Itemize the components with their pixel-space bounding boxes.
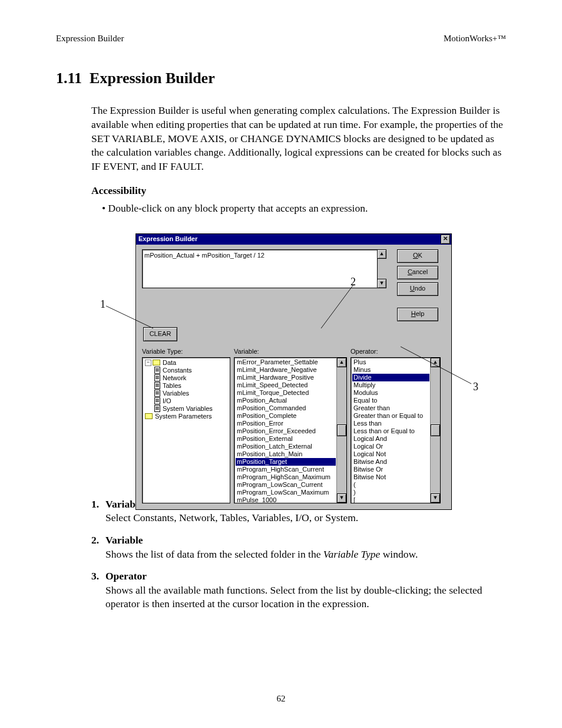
list-item[interactable]: mPosition_Complete bbox=[236, 412, 336, 420]
list-item[interactable]: mError_Parameter_Settable bbox=[236, 358, 336, 366]
list-item[interactable]: Logical Not bbox=[352, 450, 429, 458]
list-item[interactable]: mPosition_Error_Exceeded bbox=[236, 427, 336, 435]
variable-list-scrollbar[interactable]: ▲ ▼ bbox=[336, 358, 346, 503]
operator-list-scrollbar[interactable]: ▲ ▼ bbox=[430, 358, 440, 503]
scroll-thumb-up-icon[interactable]: ▲ bbox=[431, 358, 440, 367]
file-icon bbox=[154, 382, 160, 389]
definition-heading: 2.Variable bbox=[91, 533, 506, 548]
tree-item[interactable]: System Parameters bbox=[144, 413, 229, 420]
list-item[interactable]: ( bbox=[352, 481, 429, 489]
scroll-down-icon[interactable]: ▼ bbox=[377, 279, 386, 288]
tree-item-label: Network bbox=[163, 374, 186, 382]
tree-item-label: System Parameters bbox=[155, 413, 212, 420]
list-item[interactable]: Plus bbox=[352, 358, 429, 366]
operator-label: Operator: bbox=[351, 347, 378, 356]
accessibility-bullet: • Double-click on any block property tha… bbox=[102, 202, 506, 216]
callout-3: 3 bbox=[473, 380, 478, 394]
tree-item-label: Constants bbox=[163, 367, 192, 374]
list-item[interactable]: Less than or Equal to bbox=[352, 427, 429, 435]
variable-list[interactable]: mError_Parameter_SettablemLimit_Hardware… bbox=[234, 357, 347, 503]
list-item[interactable]: mProgram_HighScan_Maximum bbox=[236, 473, 336, 481]
expression-input[interactable]: mPosition_Actual + mPosition_Target / 12 bbox=[142, 249, 378, 288]
scroll-down-icon[interactable]: ▼ bbox=[431, 493, 440, 503]
close-icon[interactable]: ✕ bbox=[441, 235, 450, 244]
tree-item[interactable]: System Variables bbox=[144, 405, 229, 413]
tree-item-label: Variables bbox=[163, 390, 189, 397]
list-item[interactable]: mPosition_Actual bbox=[236, 397, 336, 404]
list-item[interactable]: mProgram_LowScan_Maximum bbox=[236, 489, 336, 496]
list-item[interactable]: mProgram_HighScan_Current bbox=[236, 466, 336, 473]
tree-item[interactable]: Constants bbox=[144, 367, 229, 374]
list-item[interactable]: Greater than or Equal to bbox=[352, 412, 429, 420]
clear-button[interactable]: CLEAR bbox=[143, 327, 177, 341]
file-icon bbox=[154, 390, 160, 397]
definition-body: Shows the list of data from the selected… bbox=[105, 548, 506, 562]
tree-item[interactable]: Variables bbox=[144, 390, 229, 397]
list-item[interactable]: mLimit_Hardware_Positive bbox=[236, 374, 336, 381]
tree-item-label: Data bbox=[163, 359, 176, 367]
list-item[interactable]: ) bbox=[352, 489, 429, 496]
running-head: Expression Builder MotionWorks+™ bbox=[56, 32, 506, 44]
ok-button[interactable]: OK bbox=[397, 249, 438, 263]
list-item[interactable]: mPosition_Error bbox=[236, 420, 336, 427]
scroll-thumb[interactable] bbox=[337, 424, 346, 436]
tree-item[interactable]: I/O bbox=[144, 397, 229, 405]
help-button[interactable]: Help bbox=[397, 308, 438, 321]
variable-type-tree[interactable]: −DataConstantsNetworkTablesVariablesI/OS… bbox=[142, 357, 230, 503]
callout-2: 2 bbox=[351, 275, 356, 289]
list-item[interactable]: mProgram_LowScan_Current bbox=[236, 481, 336, 489]
list-item[interactable]: Divide bbox=[352, 374, 429, 381]
scroll-thumb[interactable] bbox=[431, 424, 440, 436]
tree-item-label: I/O bbox=[163, 397, 171, 405]
list-item[interactable]: mPosition_Commanded bbox=[236, 404, 336, 412]
running-head-right: MotionWorks+™ bbox=[444, 32, 506, 44]
list-item[interactable]: mLimit_Torque_Detected bbox=[236, 389, 336, 397]
section-number: 1.11 bbox=[56, 70, 82, 87]
definition-body: Shows all the available math functions. … bbox=[105, 584, 506, 611]
tree-item-label: System Variables bbox=[163, 405, 213, 413]
list-item[interactable]: mPosition_Target bbox=[236, 458, 336, 466]
page-number: 62 bbox=[0, 693, 562, 704]
list-item[interactable]: Logical Or bbox=[352, 443, 429, 450]
callout-1: 1 bbox=[100, 297, 105, 311]
list-item[interactable]: Minus bbox=[352, 366, 429, 374]
list-item[interactable]: [ bbox=[352, 496, 429, 503]
scroll-up-icon[interactable]: ▲ bbox=[337, 358, 346, 367]
list-item[interactable]: Modulus bbox=[352, 389, 429, 397]
expression-scrollbar[interactable]: ▲ ▼ bbox=[377, 249, 386, 288]
operator-list[interactable]: PlusMinusDivideMultiplyModulusEqual toGr… bbox=[351, 357, 441, 503]
scroll-up-icon[interactable]: ▲ bbox=[377, 249, 386, 259]
dialog-titlebar[interactable]: Expression Builder ✕ bbox=[136, 234, 451, 245]
accessibility-heading: Accessibility bbox=[91, 184, 506, 198]
undo-button[interactable]: Undo bbox=[397, 282, 438, 296]
list-item[interactable]: mLimit_Speed_Detected bbox=[236, 381, 336, 389]
scroll-down-icon[interactable]: ▼ bbox=[337, 493, 346, 503]
list-item[interactable]: Bitwise Not bbox=[352, 473, 429, 481]
list-item[interactable]: Bitwise Or bbox=[352, 466, 429, 473]
file-icon bbox=[154, 397, 160, 404]
file-icon bbox=[154, 367, 160, 374]
list-item[interactable]: Bitwise And bbox=[352, 458, 429, 466]
list-item[interactable]: mPosition_External bbox=[236, 435, 336, 443]
figure: 1 2 3 Expression Builder ✕ mPosition_Act… bbox=[91, 233, 506, 481]
folder-icon bbox=[153, 360, 160, 365]
tree-item[interactable]: Tables bbox=[144, 382, 229, 390]
cancel-button[interactable]: Cancel bbox=[397, 266, 438, 279]
expression-builder-dialog: Expression Builder ✕ mPosition_Actual + … bbox=[135, 233, 452, 510]
list-item[interactable]: Logical And bbox=[352, 435, 429, 443]
list-item[interactable]: Multiply bbox=[352, 381, 429, 389]
file-icon bbox=[154, 405, 160, 412]
list-item[interactable]: mLimit_Hardware_Negative bbox=[236, 366, 336, 374]
list-item[interactable]: mPosition_Latch_Main bbox=[236, 450, 336, 458]
tree-item[interactable]: −Data bbox=[144, 359, 229, 367]
list-item[interactable]: mPosition_Latch_External bbox=[236, 443, 336, 450]
folder-icon bbox=[145, 413, 153, 419]
file-icon bbox=[154, 374, 160, 381]
list-item[interactable]: Less than bbox=[352, 420, 429, 427]
definition-item: 2.Variable Shows the list of data from t… bbox=[91, 533, 506, 561]
list-item[interactable]: Equal to bbox=[352, 397, 429, 404]
list-item[interactable]: mPulse_1000 bbox=[236, 496, 336, 503]
list-item[interactable]: Greater than bbox=[352, 404, 429, 412]
tree-item[interactable]: Network bbox=[144, 374, 229, 382]
variable-label: Variable: bbox=[234, 347, 351, 356]
